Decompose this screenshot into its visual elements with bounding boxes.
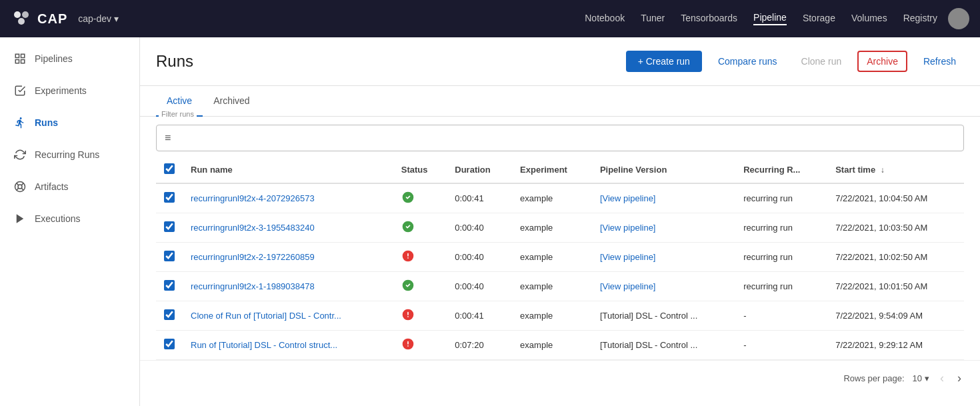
- th-checkbox: [156, 157, 183, 183]
- run-start-time: 7/22/2021, 10:02:50 AM: [827, 243, 964, 272]
- success-status-icon: [401, 220, 415, 233]
- pipeline-version-link[interactable]: [View pipeline]: [600, 223, 656, 233]
- svg-point-22: [407, 316, 409, 317]
- svg-line-11: [21, 183, 23, 185]
- clone-run-button[interactable]: Clone run: [793, 51, 850, 72]
- nav-volumes[interactable]: Volumes: [851, 13, 887, 25]
- pipeline-version-link[interactable]: [View pipeline]: [600, 281, 656, 291]
- sidebar-item-executions[interactable]: Executions: [0, 203, 139, 235]
- archive-button[interactable]: Archive: [857, 51, 907, 72]
- recurring-run-ref: recurring run: [735, 183, 827, 213]
- rows-per-page-label: Rows per page:: [843, 373, 904, 383]
- top-navigation: CAP cap-dev ▾ Notebook Tuner Tensorboard…: [0, 0, 980, 37]
- env-label: cap-dev: [78, 13, 111, 24]
- row-checkbox[interactable]: [164, 192, 175, 203]
- filter-area[interactable]: ≡: [156, 125, 964, 151]
- chevron-down-icon: ▾: [114, 13, 119, 24]
- run-name-link[interactable]: Clone of Run of [Tutorial] DSL - Contr..…: [191, 311, 341, 321]
- run-name-link[interactable]: Run of [Tutorial] DSL - Control struct..…: [191, 340, 337, 350]
- nav-links: Notebook Tuner Tensorboards Pipeline Sto…: [585, 12, 937, 25]
- pipeline-version-link[interactable]: [View pipeline]: [600, 252, 656, 262]
- runs-table: Run name Status Duration Experiment Pipe…: [156, 157, 964, 360]
- svg-marker-13: [17, 214, 24, 223]
- compare-runs-button[interactable]: Compare runs: [710, 51, 785, 72]
- sidebar-item-recurring-runs[interactable]: Recurring Runs: [0, 139, 139, 171]
- sidebar-label-pipelines: Pipelines: [35, 53, 73, 64]
- th-run-name: Run name: [183, 157, 393, 183]
- run-experiment: example: [512, 243, 592, 272]
- row-checkbox[interactable]: [164, 339, 175, 349]
- pipeline-version-link[interactable]: [View pipeline]: [600, 193, 656, 203]
- success-status-icon: [401, 279, 415, 292]
- runs-icon: [13, 116, 27, 129]
- sidebar-item-runs[interactable]: Runs: [0, 107, 139, 139]
- next-page-button[interactable]: ›: [955, 369, 964, 388]
- pagination: Rows per page: 10 ▾ ‹ ›: [140, 360, 980, 396]
- svg-point-0: [14, 11, 21, 18]
- rows-per-page-select[interactable]: 10 ▾: [913, 373, 929, 383]
- recurring-icon: [13, 148, 27, 161]
- pipeline-version: [Tutorial] DSL - Control ...: [592, 301, 735, 331]
- run-duration: 0:00:40: [447, 243, 512, 272]
- run-experiment: example: [512, 301, 592, 331]
- table-row: recurringrunl9t2x-1-19890384780:00:40exa…: [156, 272, 964, 301]
- run-name-link[interactable]: recurringrunl9t2x-1-1989038478: [191, 281, 315, 291]
- row-checkbox[interactable]: [164, 280, 175, 291]
- logo-text: CAP: [37, 11, 67, 27]
- nav-notebook[interactable]: Notebook: [585, 13, 625, 25]
- run-experiment: example: [512, 331, 592, 360]
- row-checkbox[interactable]: [164, 221, 175, 232]
- sidebar-item-experiments[interactable]: Experiments: [0, 75, 139, 107]
- page-title: Runs: [156, 52, 618, 71]
- svg-rect-5: [21, 60, 25, 63]
- run-start-time: 7/22/2021, 10:01:50 AM: [827, 272, 964, 301]
- nav-pipeline[interactable]: Pipeline: [753, 12, 787, 25]
- run-start-time: 7/22/2021, 9:29:12 AM: [827, 331, 964, 360]
- svg-rect-6: [15, 60, 19, 63]
- prev-page-button[interactable]: ‹: [937, 369, 947, 388]
- refresh-button[interactable]: Refresh: [915, 51, 964, 72]
- th-start-time[interactable]: Start time ↓: [827, 157, 964, 183]
- sidebar-label-experiments: Experiments: [35, 85, 87, 96]
- row-checkbox[interactable]: [164, 309, 175, 320]
- table-row: Run of [Tutorial] DSL - Control struct..…: [156, 331, 964, 360]
- env-dropdown[interactable]: cap-dev ▾: [78, 13, 119, 24]
- nav-tuner[interactable]: Tuner: [641, 13, 665, 25]
- sidebar: Pipelines Experiments Runs Recurring Run…: [0, 37, 140, 406]
- tab-archived[interactable]: Archived: [203, 86, 260, 117]
- th-pipeline-version: Pipeline Version: [592, 157, 735, 183]
- svg-point-1: [22, 11, 29, 18]
- run-name-link[interactable]: recurringrunl9t2x-4-2072926573: [191, 193, 315, 203]
- run-start-time: 7/22/2021, 10:03:50 AM: [827, 213, 964, 243]
- svg-line-9: [17, 183, 19, 185]
- run-duration: 0:07:20: [447, 331, 512, 360]
- run-duration: 0:00:41: [447, 301, 512, 331]
- sidebar-item-artifacts[interactable]: Artifacts: [0, 171, 139, 203]
- pipeline-icon: [13, 52, 27, 65]
- chevron-down-icon: ▾: [925, 373, 929, 383]
- create-run-button[interactable]: + Create run: [626, 51, 702, 72]
- table-row: recurringrunl9t2x-2-19722608590:00:40exa…: [156, 243, 964, 272]
- th-status: Status: [393, 157, 447, 183]
- th-experiment: Experiment: [512, 157, 592, 183]
- recurring-run-ref: recurring run: [735, 243, 827, 272]
- run-name-link[interactable]: recurringrunl9t2x-3-1955483240: [191, 223, 315, 233]
- th-duration: Duration: [447, 157, 512, 183]
- filter-label: Filter runs: [159, 110, 197, 118]
- nav-storage[interactable]: Storage: [803, 13, 835, 25]
- run-name-link[interactable]: recurringrunl9t2x-2-1972260859: [191, 252, 315, 262]
- run-experiment: example: [512, 183, 592, 213]
- select-all-checkbox[interactable]: [164, 163, 175, 174]
- nav-registry[interactable]: Registry: [903, 13, 937, 25]
- nav-tensorboards[interactable]: Tensorboards: [681, 13, 737, 25]
- avatar[interactable]: [948, 8, 969, 29]
- artifacts-icon: [13, 180, 27, 193]
- runs-table-container: Run name Status Duration Experiment Pipe…: [140, 157, 980, 360]
- run-duration: 0:00:40: [447, 272, 512, 301]
- sidebar-label-executions: Executions: [35, 213, 80, 224]
- svg-line-12: [17, 188, 19, 190]
- sidebar-item-pipelines[interactable]: Pipelines: [0, 43, 139, 75]
- content-area: Runs + Create run Compare runs Clone run…: [140, 37, 980, 406]
- row-checkbox[interactable]: [164, 251, 175, 261]
- run-experiment: example: [512, 213, 592, 243]
